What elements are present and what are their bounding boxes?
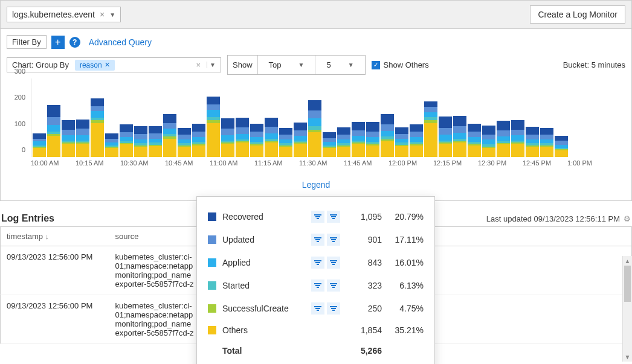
cell-timestamp: 09/13/2023 12:56:00 PM — [1, 295, 109, 344]
chart-bar[interactable] — [47, 105, 60, 157]
chart-bar[interactable] — [453, 116, 466, 157]
chart-bar[interactable] — [497, 121, 510, 157]
scrollbar[interactable]: ▲ ▼ — [622, 256, 632, 344]
show-count-select[interactable]: 5▼ — [315, 56, 364, 74]
scroll-up-icon[interactable]: ▲ — [623, 256, 632, 266]
filter-by-label: Filter By — [7, 35, 47, 49]
group-by-input[interactable]: Chart: Group By reason ✕ × ▼ — [7, 57, 221, 72]
chart-bar[interactable] — [395, 127, 408, 157]
legend-count: 323 — [346, 281, 382, 290]
clear-icon[interactable]: × — [194, 60, 204, 69]
chevron-down-icon[interactable]: ▼ — [109, 11, 115, 18]
filter-out-button[interactable] — [327, 302, 340, 315]
chart-bar[interactable] — [410, 124, 423, 157]
legend-count: 1,854 — [346, 325, 382, 335]
legend-count: 250 — [346, 304, 382, 313]
chart-bar[interactable] — [540, 128, 553, 157]
show-label: Show — [228, 58, 257, 72]
legend-swatch — [208, 281, 216, 290]
chart-bar[interactable] — [323, 132, 336, 157]
filter-in-button[interactable] — [311, 234, 324, 246]
legend-swatch — [208, 326, 216, 334]
legend-count: 901 — [346, 235, 382, 244]
chart-bar[interactable] — [294, 123, 307, 157]
create-log-monitor-button[interactable]: Create a Log Monitor — [530, 5, 625, 24]
chevron-down-icon[interactable]: ▼ — [207, 62, 218, 68]
legend-item: Updated90117.11% — [208, 228, 424, 251]
chart-bar[interactable] — [33, 133, 46, 157]
chart-bar[interactable] — [221, 118, 234, 157]
group-by-tag[interactable]: reason ✕ — [75, 60, 115, 71]
chart-bar[interactable] — [352, 122, 365, 157]
chart-bar[interactable] — [178, 128, 191, 157]
chart-bar[interactable] — [555, 136, 568, 157]
legend-item: Applied84316.01% — [208, 251, 424, 274]
remove-tag-icon[interactable]: ✕ — [105, 61, 110, 69]
legend-name: Others — [222, 325, 306, 335]
chart-bar[interactable] — [236, 118, 249, 157]
filter-out-button[interactable] — [327, 211, 340, 223]
close-icon[interactable]: × — [100, 10, 105, 19]
chart-bar[interactable] — [279, 128, 292, 157]
show-selector: Show Top▼ 5▼ — [227, 55, 366, 75]
chart-bar[interactable] — [207, 97, 220, 157]
chart-bar[interactable] — [120, 124, 133, 157]
legend-pct: 16.01% — [388, 258, 424, 267]
legend-count: 843 — [346, 258, 382, 267]
sort-desc-icon: ↓ — [45, 232, 50, 241]
chart-bar[interactable] — [76, 120, 89, 157]
chart-bar[interactable] — [308, 100, 321, 157]
filter-out-button[interactable] — [327, 279, 340, 292]
filter-in-button[interactable] — [311, 257, 324, 269]
bucket-label: Bucket: 5 minutes — [563, 60, 625, 69]
legend-swatch — [208, 235, 216, 244]
scroll-thumb[interactable] — [624, 266, 631, 302]
chart-bar[interactable] — [192, 124, 205, 157]
legend-pct: 6.13% — [388, 281, 424, 290]
chevron-down-icon: ▼ — [294, 59, 309, 71]
legend-item: SuccessfulCreate2504.75% — [208, 297, 424, 320]
show-others-checkbox[interactable]: ✓ Show Others — [372, 60, 429, 69]
chart-bar[interactable] — [134, 126, 147, 157]
chart-bar[interactable] — [250, 124, 263, 157]
chart-bar[interactable] — [424, 101, 437, 157]
chart-bar[interactable] — [468, 124, 481, 157]
checkbox-checked-icon: ✓ — [372, 61, 380, 69]
cell-timestamp: 09/13/2023 12:56:00 PM — [1, 246, 109, 295]
legend-toggle[interactable]: Legend — [7, 175, 625, 194]
legend-item: Started3236.13% — [208, 274, 424, 297]
chart-bar[interactable] — [526, 127, 539, 157]
chart-bar[interactable] — [265, 118, 278, 157]
chart-bar[interactable] — [439, 117, 452, 157]
chart-bar[interactable] — [91, 98, 104, 157]
chart-bar[interactable] — [149, 126, 162, 157]
chart-bar[interactable] — [62, 120, 75, 157]
log-source-label: logs.kubernetes.event — [12, 10, 95, 19]
legend-name: Started — [222, 281, 305, 290]
chart-bar[interactable] — [337, 127, 350, 157]
legend-item: Others1,85435.21% — [208, 320, 424, 340]
chart-bar[interactable] — [381, 114, 394, 157]
chart-bar[interactable] — [105, 133, 118, 157]
add-filter-button[interactable]: + — [51, 36, 65, 49]
chart-bar[interactable] — [163, 114, 176, 157]
chart-bar[interactable] — [482, 126, 495, 157]
legend-name: Applied — [222, 258, 305, 267]
legend-name: SuccessfulCreate — [222, 304, 305, 313]
column-timestamp[interactable]: timestamp ↓ — [1, 227, 109, 246]
filter-out-button[interactable] — [327, 234, 340, 246]
filter-in-button[interactable] — [311, 302, 324, 315]
log-source-selector[interactable]: logs.kubernetes.event × ▼ — [7, 7, 121, 22]
filter-in-button[interactable] — [311, 211, 324, 223]
chart-bar[interactable] — [366, 122, 379, 157]
advanced-query-link[interactable]: Advanced Query — [89, 37, 152, 47]
legend-swatch — [208, 258, 216, 267]
show-mode-select[interactable]: Top▼ — [257, 56, 315, 74]
chart-bar[interactable] — [511, 120, 524, 157]
help-icon[interactable]: ? — [69, 37, 80, 48]
filter-out-button[interactable] — [327, 257, 340, 269]
gear-icon[interactable]: ⚙ — [624, 214, 631, 223]
filter-in-button[interactable] — [311, 279, 324, 292]
legend-count: 1,095 — [346, 212, 382, 222]
legend-item: Recovered1,09520.79% — [208, 205, 424, 228]
